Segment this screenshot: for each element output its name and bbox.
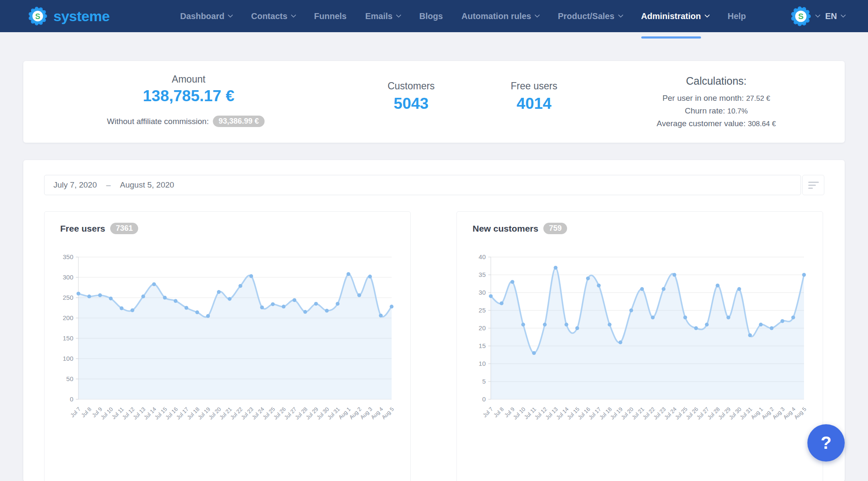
svg-text:Jul 31: Jul 31 bbox=[739, 406, 754, 421]
nav-item-contacts[interactable]: Contacts bbox=[251, 11, 295, 21]
chart-options-button[interactable] bbox=[802, 175, 824, 195]
stats-summary-card: Amount 138,785.17 € Without affiliate co… bbox=[23, 61, 845, 143]
language-selector[interactable]: EN bbox=[825, 11, 845, 21]
help-button[interactable]: ? bbox=[807, 424, 845, 462]
svg-text:Aug 2: Aug 2 bbox=[348, 406, 363, 421]
svg-text:Aug 2: Aug 2 bbox=[760, 406, 775, 421]
chevron-down-icon bbox=[396, 12, 401, 18]
nav-item-automation-rules[interactable]: Automation rules bbox=[462, 11, 539, 21]
lines-icon bbox=[808, 188, 813, 189]
svg-text:150: 150 bbox=[63, 334, 73, 342]
active-nav-underline bbox=[641, 36, 701, 39]
nav-item-dashboard[interactable]: Dashboard bbox=[180, 11, 232, 21]
svg-text:Aug 3: Aug 3 bbox=[359, 406, 374, 421]
svg-text:Aug 5: Aug 5 bbox=[380, 406, 395, 421]
nav-item-label: Automation rules bbox=[462, 11, 531, 21]
svg-text:25: 25 bbox=[479, 307, 486, 314]
chart-header: Free users 7361 bbox=[60, 223, 138, 234]
svg-text:0: 0 bbox=[70, 395, 73, 403]
chart-total-badge: 759 bbox=[543, 223, 567, 234]
calc-row-per-user: Per user in one month: 27.52 € bbox=[657, 92, 776, 105]
chart-total-badge: 7361 bbox=[110, 223, 138, 234]
affiliate-commission-badge: 93,386.99 € bbox=[213, 116, 264, 127]
systeme-gear-logo-icon: S bbox=[28, 6, 48, 26]
nav-item-funnels[interactable]: Funnels bbox=[314, 11, 347, 21]
svg-text:Aug 5: Aug 5 bbox=[793, 406, 807, 421]
nav-item-label: Contacts bbox=[251, 11, 287, 21]
amount-subline: Without affiliate commission: 93,386.99 … bbox=[107, 116, 264, 127]
svg-text:S: S bbox=[798, 12, 804, 21]
svg-text:Jul 10: Jul 10 bbox=[512, 406, 526, 421]
svg-text:40: 40 bbox=[479, 253, 486, 260]
customers-label: Customers bbox=[387, 80, 434, 92]
user-menu[interactable]: S bbox=[790, 6, 820, 27]
free-users-label: Free users bbox=[511, 80, 557, 92]
amount-value: 138,785.17 € bbox=[143, 87, 234, 105]
svg-text:20: 20 bbox=[479, 324, 486, 332]
svg-text:Jul 7: Jul 7 bbox=[69, 406, 82, 419]
chevron-down-icon bbox=[291, 12, 296, 18]
svg-text:Aug 4: Aug 4 bbox=[370, 406, 384, 421]
date-range-picker[interactable]: July 7, 2020 – August 5, 2020 bbox=[44, 175, 801, 195]
nav-item-label: Help bbox=[728, 11, 746, 21]
svg-text:35: 35 bbox=[479, 271, 486, 278]
chevron-down-icon bbox=[618, 12, 623, 18]
svg-text:15: 15 bbox=[479, 342, 486, 349]
svg-text:Jul 10: Jul 10 bbox=[99, 406, 114, 421]
date-range-separator: – bbox=[106, 180, 111, 190]
svg-text:Aug 1: Aug 1 bbox=[337, 406, 352, 421]
lines-icon bbox=[808, 182, 819, 183]
nav-item-blogs[interactable]: Blogs bbox=[419, 11, 443, 21]
new-customers-chart-card: New customers 759 4035302520151050Jul 7J… bbox=[456, 211, 823, 481]
svg-text:250: 250 bbox=[63, 294, 73, 301]
nav-item-emails[interactable]: Emails bbox=[365, 11, 401, 21]
nav-item-label: Blogs bbox=[419, 11, 443, 21]
svg-text:Aug 1: Aug 1 bbox=[750, 406, 765, 421]
chevron-down-icon bbox=[840, 12, 846, 18]
nav-item-product-sales[interactable]: Product/Sales bbox=[558, 11, 622, 21]
amount-label: Amount bbox=[172, 74, 205, 85]
calc-row-churn-rate: Churn rate: 10.7% bbox=[657, 105, 776, 117]
date-range-end: August 5, 2020 bbox=[120, 180, 174, 190]
svg-text:0: 0 bbox=[482, 395, 486, 403]
calculations-rows: Per user in one month: 27.52 € Churn rat… bbox=[657, 92, 776, 130]
chevron-down-icon bbox=[534, 12, 540, 18]
calc-row-avg-customer-value: Average customer value: 308.64 € bbox=[657, 117, 776, 130]
svg-text:Aug 3: Aug 3 bbox=[771, 406, 786, 421]
calculations-title: Calculations: bbox=[686, 75, 746, 87]
svg-text:Jul 7: Jul 7 bbox=[481, 406, 494, 419]
top-navbar: S systeme DashboardContactsFunnelsEmails… bbox=[0, 0, 868, 32]
free-users-line-chart[interactable]: 350300250200150100500Jul 7Jul 8Jul 9Jul … bbox=[50, 248, 406, 481]
nav-item-label: Administration bbox=[641, 11, 701, 21]
chevron-down-icon bbox=[815, 12, 821, 18]
svg-text:Aug 4: Aug 4 bbox=[782, 406, 797, 421]
chart-title: New customers bbox=[473, 224, 538, 234]
svg-text:S: S bbox=[35, 12, 40, 21]
new-customers-line-chart[interactable]: 4035302520151050Jul 7Jul 8Jul 9Jul 10Jul… bbox=[463, 248, 819, 481]
svg-text:30: 30 bbox=[479, 289, 486, 296]
nav-item-label: Dashboard bbox=[180, 11, 224, 21]
svg-text:100: 100 bbox=[63, 355, 73, 362]
brand-logo[interactable]: S systeme bbox=[28, 6, 110, 26]
nav-item-label: Funnels bbox=[314, 11, 347, 21]
chevron-down-icon bbox=[228, 12, 234, 18]
svg-text:Jul 8: Jul 8 bbox=[80, 406, 93, 419]
navbar-right: S EN bbox=[790, 0, 845, 32]
nav-item-help[interactable]: Help bbox=[728, 11, 746, 21]
chart-title: Free users bbox=[60, 224, 105, 234]
svg-text:Jul 31: Jul 31 bbox=[326, 406, 341, 421]
page: S systeme DashboardContactsFunnelsEmails… bbox=[0, 0, 868, 481]
svg-text:50: 50 bbox=[66, 375, 73, 382]
date-range-start: July 7, 2020 bbox=[53, 180, 97, 190]
svg-text:300: 300 bbox=[63, 274, 73, 281]
language-label: EN bbox=[825, 11, 837, 21]
lines-icon bbox=[808, 185, 816, 186]
affiliate-commission-label: Without affiliate commission: bbox=[107, 117, 209, 126]
nav-item-administration[interactable]: Administration bbox=[641, 11, 709, 21]
chart-header: New customers 759 bbox=[473, 223, 567, 234]
customers-value: 5043 bbox=[394, 95, 428, 113]
main-nav: DashboardContactsFunnelsEmailsBlogsAutom… bbox=[180, 0, 746, 32]
brand-name: systeme bbox=[53, 8, 110, 25]
svg-text:200: 200 bbox=[63, 314, 73, 321]
avatar: S bbox=[790, 6, 812, 27]
